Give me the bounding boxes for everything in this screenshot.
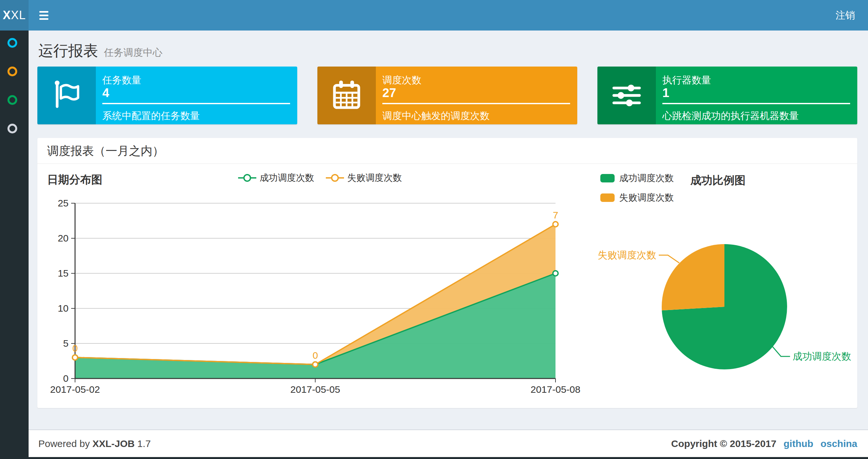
success-data-point [553, 271, 558, 276]
sidebar-item-2-circle-icon[interactable] [7, 67, 17, 76]
hamburger-icon [39, 14, 49, 16]
y-axis-tick-label: 25 [58, 198, 68, 208]
window-bottom-edge [0, 457, 868, 459]
stat-card-jobs: 任务数量 4 系统中配置的任务数量 [37, 67, 297, 124]
fail-data-point [553, 222, 558, 227]
sidebar-toggle-button[interactable] [29, 0, 59, 31]
panel-title: 调度报表（一月之内） [37, 138, 857, 164]
stat-progress-bar [102, 103, 290, 104]
success-slice-label: 成功调度次数 [793, 351, 851, 362]
stat-value: 4 [102, 86, 109, 100]
pie-chart-title: 成功比例图 [690, 173, 746, 188]
stat-progress-bar [662, 103, 850, 104]
oschina-link[interactable]: oschina [820, 438, 857, 449]
logout-link[interactable]: 注销 [832, 0, 858, 31]
stat-card-content: 任务数量 4 系统中配置的任务数量 [102, 67, 290, 124]
stat-description: 心跳检测成功的执行器机器数量 [662, 109, 799, 123]
footer-copyright: Copyright © 2015-2017 github oschina [671, 430, 857, 457]
page-header: 运行报表 任务调度中心 [38, 41, 162, 61]
sidebar-item-1-circle-icon[interactable] [7, 38, 17, 48]
logo-rest: XL [11, 8, 26, 22]
fail-label-line [659, 255, 679, 263]
line-series-legend-icon [326, 173, 344, 183]
y-axis-tick-label: 20 [58, 233, 68, 243]
stat-card-executors: 执行器数量 1 心跳检测成功的执行器机器数量 [597, 67, 857, 124]
product-version: 1.7 [137, 438, 151, 449]
stat-card-content: 调度次数 27 调度中心触发的调度次数 [382, 67, 570, 124]
stat-description: 调度中心触发的调度次数 [382, 109, 490, 123]
top-navbar: XXL 注销 [0, 0, 868, 31]
date-distribution-chart: 05101520252017-05-022017-05-052017-05-08… [37, 182, 590, 409]
legend-label: 成功调度次数 [619, 172, 674, 185]
github-link[interactable]: github [783, 438, 813, 449]
y-axis-tick-label: 10 [58, 303, 68, 314]
page-title: 运行报表 [38, 41, 98, 61]
x-axis-tick-label: 2017-05-05 [290, 384, 340, 395]
hamburger-icon [39, 11, 49, 13]
logo-bold-letter: X [3, 8, 11, 22]
stat-card-triggers: 调度次数 27 调度中心触发的调度次数 [317, 67, 577, 124]
legend-swatch-icon [600, 174, 615, 183]
stat-label: 执行器数量 [662, 74, 711, 87]
y-axis-tick-label: 5 [63, 338, 68, 349]
legend-item-pie[interactable]: 成功调度次数 [600, 172, 674, 185]
line-series-legend-icon [238, 173, 256, 183]
copyright-text: Copyright © 2015-2017 [671, 438, 776, 449]
fail-data-point [313, 362, 318, 367]
stat-progress-bar [382, 103, 570, 104]
footer-powered-by: Powered by XXL-JOB 1.7 [38, 430, 151, 457]
sidebar [0, 31, 29, 459]
app-logo[interactable]: XXL [0, 0, 29, 31]
powered-prefix: Powered by [38, 438, 90, 449]
stat-card-content: 执行器数量 1 心跳检测成功的执行器机器数量 [662, 67, 850, 124]
fail-data-label: 0 [312, 350, 318, 361]
fail-data-label: 0 [72, 343, 78, 354]
y-axis-tick-label: 15 [58, 268, 68, 278]
success-ratio-pie-chart: 成功调度次数失败调度次数 [591, 201, 858, 390]
x-axis-tick-label: 2017-05-02 [50, 384, 100, 395]
hamburger-icon [39, 18, 49, 20]
sidebar-item-4-circle-icon[interactable] [7, 124, 17, 133]
sliders-icon [597, 67, 656, 124]
product-name: XXL-JOB [92, 438, 134, 449]
fail-slice-label: 失败调度次数 [598, 250, 656, 260]
stat-value: 1 [662, 86, 669, 100]
x-axis-tick-label: 2017-05-08 [530, 384, 580, 395]
sidebar-item-3-circle-icon[interactable] [7, 95, 17, 105]
fail-data-point [72, 355, 78, 360]
fail-data-label: 7 [553, 210, 558, 221]
stat-description: 系统中配置的任务数量 [102, 109, 200, 123]
stat-value: 27 [382, 86, 396, 100]
page-subtitle: 任务调度中心 [104, 46, 162, 59]
report-panel: 调度报表（一月之内） 日期分布图 成功调度次数失败调度次数 成功调度次数失败调度… [37, 138, 857, 408]
stat-label: 任务数量 [102, 74, 141, 87]
footer: Powered by XXL-JOB 1.7 Copyright © 2015-… [29, 429, 868, 457]
y-axis-tick-label: 0 [63, 373, 68, 384]
pie-chart-legend: 成功调度次数失败调度次数 [600, 172, 674, 204]
flag-icon [37, 67, 96, 124]
legend-swatch-icon [600, 194, 615, 202]
stat-label: 调度次数 [382, 74, 421, 87]
pie-slice-fail [662, 244, 724, 310]
calendar-icon [317, 67, 376, 124]
